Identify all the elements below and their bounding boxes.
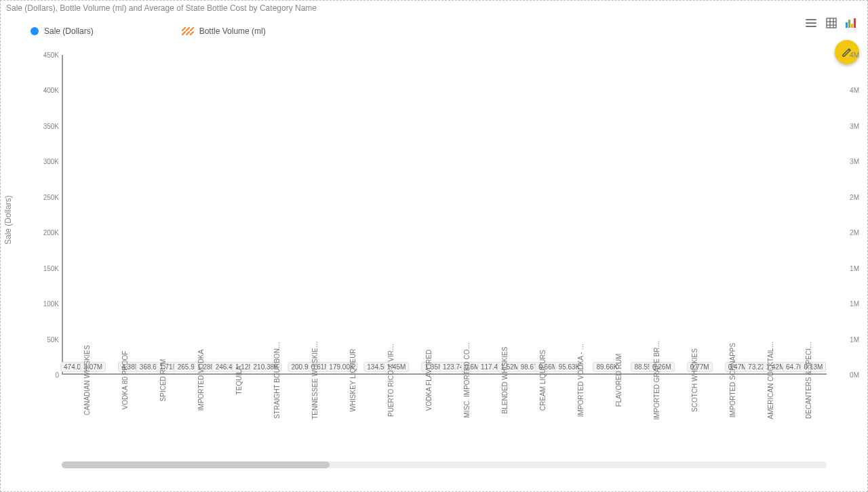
- y-tick-left: 450K: [29, 52, 59, 59]
- chart-title: Sale (Dollars), Bottle Volume (ml) and A…: [6, 3, 317, 13]
- y-axis-left-ticks: 050K100K150K200K250K300K350K400K450K: [29, 55, 59, 375]
- plot-inner: 474.05K3.07M4.38M368.66K1.71M265.90K1.28…: [62, 55, 827, 375]
- legend-label-sale: Sale (Dollars): [44, 26, 94, 36]
- x-axis-label: TEQUILA: [216, 377, 254, 456]
- legend-item-volume[interactable]: Bottle Volume (ml): [182, 26, 266, 36]
- x-axis-label: CANADIAN WHISKIES: [64, 377, 102, 456]
- x-axis-label: IMPORTED GRAPE BR…: [634, 377, 672, 456]
- y-tick-right: 1M: [829, 335, 859, 343]
- x-axis-label: VODKA 80 PROOF: [102, 377, 140, 456]
- menu-icon[interactable]: [804, 16, 818, 30]
- x-axis-label: IMPORTED VODKA - …: [558, 377, 596, 456]
- x-axis-label: IMPORTED SCHNAPPS: [710, 377, 748, 456]
- x-axis-label: SCOTCH WHISKIES: [672, 377, 710, 456]
- x-axis-label: WHISKEY LIQUEUR: [330, 377, 368, 456]
- y-tick-left: 50K: [29, 335, 59, 343]
- y-tick-right: 3M: [829, 122, 859, 129]
- y-axis-right-ticks: 0M1M1M1M2M2M3M3M4M4M: [829, 55, 859, 375]
- y-tick-left: 400K: [29, 87, 59, 94]
- x-axis-label: MISC. IMPORTED CO…: [444, 377, 482, 456]
- y-tick-left: 250K: [29, 193, 59, 201]
- chart-plot-area[interactable]: 050K100K150K200K250K300K350K400K450K 0M1…: [62, 55, 827, 456]
- svg-rect-2: [851, 24, 853, 28]
- svg-rect-3: [854, 18, 856, 28]
- x-axis-label: FLAVORED RUM: [596, 377, 634, 456]
- svg-rect-1: [848, 20, 850, 28]
- y-tick-left: 350K: [29, 122, 59, 129]
- x-axis-label: PUERTO RICO & VIR…: [368, 377, 406, 456]
- x-axis-labels: CANADIAN WHISKIESVODKA 80 PROOFSPICED RU…: [64, 377, 824, 456]
- legend-item-sale[interactable]: Sale (Dollars): [31, 26, 94, 36]
- grid-icon[interactable]: [824, 16, 839, 30]
- y-tick-right: 4M: [829, 87, 859, 94]
- x-axis-label: STRAIGHT BOURBON…: [254, 377, 292, 456]
- chart-scrollbar[interactable]: [62, 462, 827, 468]
- legend-swatch-sale: [31, 27, 39, 35]
- y-tick-left: 100K: [29, 300, 59, 308]
- y-tick-right: 3M: [829, 158, 859, 165]
- chart-type-icon[interactable]: [844, 16, 859, 30]
- legend-label-volume: Bottle Volume (ml): [199, 26, 266, 36]
- y-tick-right: 1M: [829, 300, 859, 308]
- y-tick-right: 1M: [829, 264, 859, 272]
- y-tick-right: 2M: [829, 193, 859, 201]
- chart-toolbar: [804, 16, 859, 30]
- y-tick-left: 0: [29, 371, 59, 379]
- chart-scrollbar-thumb[interactable]: [62, 462, 330, 468]
- chart-visual: Sale (Dollars), Bottle Volume (ml) and A…: [0, 0, 868, 492]
- x-axis-label: DECANTERS & SPECI…: [786, 377, 824, 456]
- x-axis-label: AMERICAN COCKTAIL…: [748, 377, 786, 456]
- y-tick-right: 0M: [829, 371, 859, 379]
- svg-rect-0: [846, 22, 848, 28]
- x-axis-label: SPICED RUM: [140, 377, 178, 456]
- x-axis-label: IMPORTED VODKA: [178, 377, 216, 456]
- chart-bars: 474.05K3.07M4.38M368.66K1.71M265.90K1.28…: [66, 55, 824, 373]
- legend-swatch-volume: [182, 27, 194, 35]
- x-axis-label: VODKA FLAVORED: [406, 377, 444, 456]
- chart-legend: Sale (Dollars) Bottle Volume (ml): [31, 26, 266, 36]
- y-tick-right: 4M: [829, 52, 859, 59]
- x-axis-label: BLENDED WHISKIES: [482, 377, 520, 456]
- y-tick-left: 300K: [29, 158, 59, 165]
- y-tick-left: 150K: [29, 264, 59, 272]
- y-axis-left-title: Sale (Dollars): [3, 195, 13, 245]
- x-axis-label: CREAM LIQUEURS: [520, 377, 558, 456]
- svg-rect-4: [182, 27, 194, 35]
- x-axis-label: TENNESSEE WHISKIE…: [292, 377, 330, 456]
- y-tick-left: 200K: [29, 229, 59, 237]
- y-tick-right: 2M: [829, 229, 859, 237]
